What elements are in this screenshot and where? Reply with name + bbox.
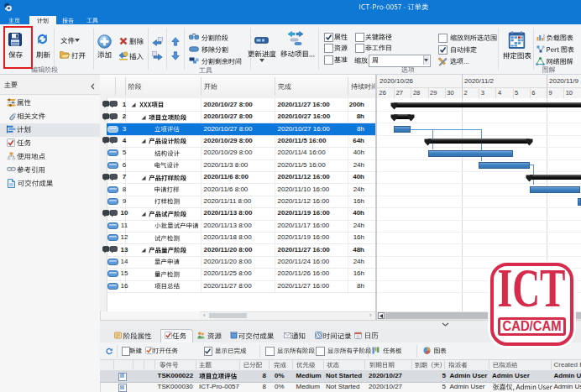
svg-text:ICT: ICT <box>498 264 566 311</box>
svg-text:CAD/CAM: CAD/CAM <box>503 320 562 333</box>
